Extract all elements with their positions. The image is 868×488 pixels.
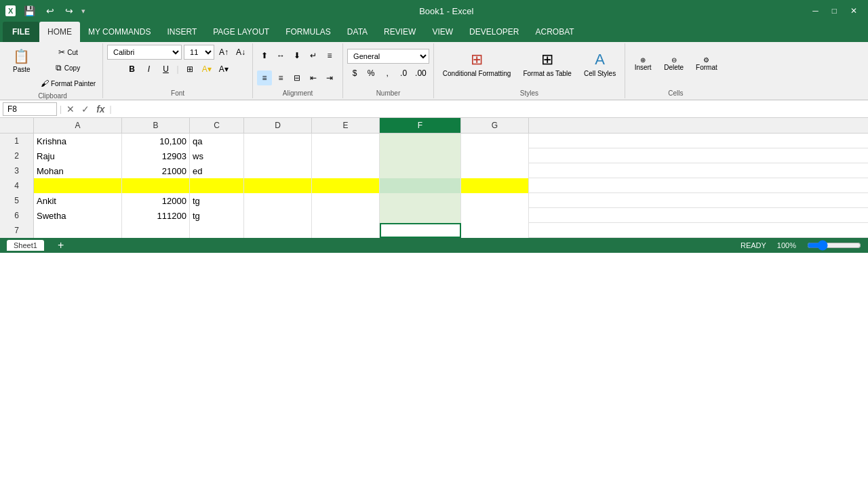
cell-c5[interactable]: tg	[190, 193, 244, 208]
cell-d3[interactable]	[244, 163, 312, 178]
align-left-button[interactable]: ≡	[322, 48, 337, 63]
underline-button[interactable]: U	[159, 62, 174, 77]
decrease-decimal-button[interactable]: .00	[412, 66, 429, 81]
cell-f7[interactable]	[380, 223, 461, 238]
number-format-select[interactable]: General	[347, 49, 429, 64]
cell-b4[interactable]	[122, 178, 190, 193]
cell-c2[interactable]: ws	[190, 148, 244, 163]
cell-b7[interactable]	[122, 223, 190, 238]
cell-g3[interactable]	[461, 163, 529, 178]
percent-button[interactable]: %	[363, 66, 378, 81]
cell-f3[interactable]	[380, 163, 461, 178]
cell-e3[interactable]	[312, 163, 380, 178]
cell-c7[interactable]	[190, 223, 244, 238]
cell-a7[interactable]	[34, 223, 122, 238]
col-header-c[interactable]: C	[190, 118, 244, 133]
formula-cancel-button[interactable]: ✕	[64, 104, 77, 115]
cell-g1[interactable]	[461, 134, 529, 148]
indent-decrease-button[interactable]: ⇤	[306, 70, 321, 85]
close-button[interactable]: ✕	[845, 6, 863, 16]
undo-button[interactable]: ↩	[43, 4, 57, 18]
cell-a4[interactable]	[34, 178, 122, 193]
tab-formulas[interactable]: FORMULAS	[277, 22, 339, 42]
insert-cells-button[interactable]: ⊕ Insert	[629, 45, 656, 83]
cell-b5[interactable]: 12000	[122, 193, 190, 208]
cell-f4[interactable]	[380, 178, 461, 193]
wrap-text-button[interactable]: ↵	[306, 48, 321, 63]
cell-c3[interactable]: ed	[190, 163, 244, 178]
font-size-select[interactable]: 11	[184, 45, 214, 60]
col-header-e[interactable]: E	[312, 118, 380, 133]
cell-reference-input[interactable]	[3, 102, 57, 116]
cell-f5[interactable]	[380, 193, 461, 208]
cell-c1[interactable]: qa	[190, 134, 244, 148]
bold-button[interactable]: B	[125, 62, 140, 77]
row-header-7[interactable]: 7	[0, 223, 34, 238]
col-header-f[interactable]: F	[380, 118, 461, 133]
cell-g2[interactable]	[461, 148, 529, 163]
align-top-button[interactable]: ⬆	[257, 48, 272, 63]
cell-a2[interactable]: Raju	[34, 148, 122, 163]
cell-d1[interactable]	[244, 134, 312, 148]
cell-e1[interactable]	[312, 134, 380, 148]
cell-b2[interactable]: 12903	[122, 148, 190, 163]
format-as-table-button[interactable]: ⊞ Format as Table	[518, 45, 576, 83]
cell-styles-button[interactable]: A Cell Styles	[579, 45, 620, 83]
currency-button[interactable]: $	[347, 66, 362, 81]
cell-f2[interactable]	[380, 148, 461, 163]
cell-g5[interactable]	[461, 193, 529, 208]
tab-mycommands[interactable]: MY COMMANDS	[80, 22, 159, 42]
fill-color-button[interactable]: A▾	[199, 62, 214, 77]
cell-a3[interactable]: Mohan	[34, 163, 122, 178]
comma-button[interactable]: ,	[380, 66, 395, 81]
col-header-a[interactable]: A	[34, 118, 122, 133]
add-sheet-button[interactable]: +	[58, 239, 64, 251]
tab-insert[interactable]: INSERT	[159, 22, 205, 42]
tab-review[interactable]: REVIEW	[376, 22, 424, 42]
paste-button[interactable]: 📋 Paste	[7, 45, 37, 77]
tab-pagelayout[interactable]: PAGE LAYOUT	[205, 22, 277, 42]
maximize-button[interactable]: □	[827, 6, 842, 16]
cell-f1[interactable]	[380, 134, 461, 148]
copy-button[interactable]: ⧉ Copy	[38, 60, 98, 75]
cell-a5[interactable]: Ankit	[34, 193, 122, 208]
row-header-2[interactable]: 2	[0, 148, 34, 163]
redo-button[interactable]: ↪	[62, 4, 76, 18]
borders-button[interactable]: ⊞	[182, 62, 197, 77]
row-header-1[interactable]: 1	[0, 134, 34, 148]
cell-d5[interactable]	[244, 193, 312, 208]
cell-a1[interactable]: Krishna	[34, 134, 122, 148]
increase-font-button[interactable]: A↑	[216, 45, 231, 60]
minimize-button[interactable]: ─	[807, 6, 824, 16]
cell-b3[interactable]: 21000	[122, 163, 190, 178]
tab-view[interactable]: VIEW	[424, 22, 461, 42]
font-family-select[interactable]: Calibri	[107, 45, 182, 60]
col-header-b[interactable]: B	[122, 118, 190, 133]
cell-g7[interactable]	[461, 223, 529, 238]
tab-data[interactable]: DATA	[339, 22, 376, 42]
tab-home[interactable]: HOME	[39, 22, 80, 42]
align-center-button[interactable]: ≡	[257, 70, 272, 85]
cell-a6[interactable]: Swetha	[34, 208, 122, 223]
formula-fx-button[interactable]: fx	[94, 104, 106, 115]
italic-button[interactable]: I	[142, 62, 157, 77]
sheet-tab[interactable]: Sheet1	[7, 240, 44, 251]
align-right-button[interactable]: ≡	[273, 70, 288, 85]
row-header-4[interactable]: 4	[0, 178, 34, 193]
cell-f6[interactable]	[380, 208, 461, 223]
decrease-font-button[interactable]: A↓	[233, 45, 248, 60]
formula-input[interactable]	[115, 102, 865, 116]
row-header-5[interactable]: 5	[0, 193, 34, 208]
font-color-button[interactable]: A▾	[216, 62, 231, 77]
cell-d6[interactable]	[244, 208, 312, 223]
indent-increase-button[interactable]: ⇥	[322, 70, 337, 85]
cell-e6[interactable]	[312, 208, 380, 223]
align-bottom-button[interactable]: ⬇	[290, 48, 304, 63]
row-header-3[interactable]: 3	[0, 163, 34, 178]
format-painter-button[interactable]: 🖌 Format Painter	[38, 76, 98, 91]
tab-file[interactable]: FILE	[3, 22, 39, 42]
cell-b6[interactable]: 111200	[122, 208, 190, 223]
conditional-formatting-button[interactable]: ⊞ Conditional Formatting	[438, 45, 516, 83]
save-button[interactable]: 💾	[21, 4, 38, 18]
cell-e4[interactable]	[312, 178, 380, 193]
